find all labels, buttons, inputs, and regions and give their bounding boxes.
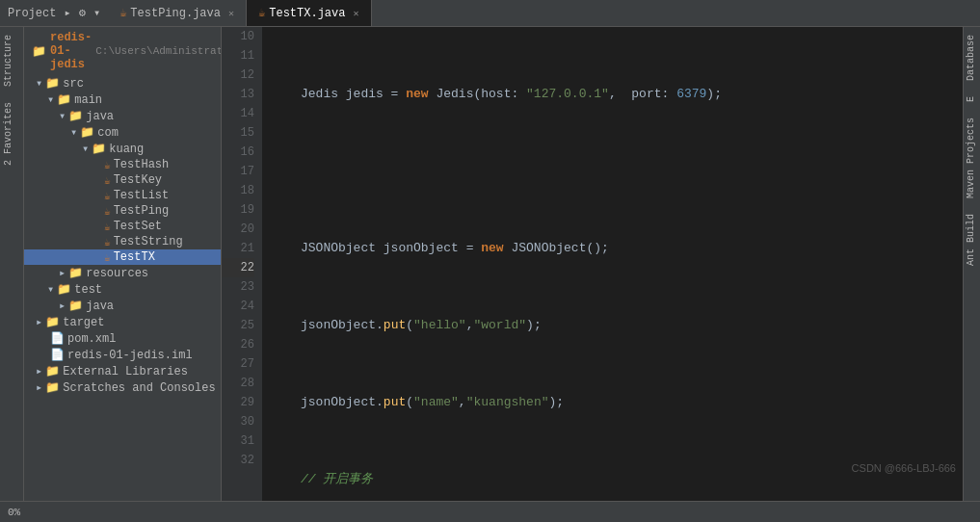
tree-label-target: target (63, 316, 104, 329)
bottom-percent: 0% (8, 507, 20, 518)
folder-icon-resources: 📁 (68, 266, 83, 280)
tree-item-test[interactable]: ▾ 📁 test (24, 281, 221, 298)
sidebar-project-name: redis-01-jedis (50, 31, 92, 71)
tree-item-testset[interactable]: ☕ TestSet (24, 219, 221, 234)
code-line-10: Jedis jedis = new Jedis(host: "127.0.0.1… (270, 85, 963, 104)
code-content: 10 11 12 13 14 15 16 17 18 19 20 21 22 2… (222, 27, 963, 501)
right-tab-maven[interactable]: Maven Projects (964, 110, 980, 206)
java-icon-testlist: ☕ (104, 190, 111, 202)
folder-icon-java: 📁 (68, 109, 83, 123)
tree-item-target[interactable]: ▸ 📁 target (24, 314, 221, 330)
tree-item-com[interactable]: ▾ 📁 com (24, 124, 221, 141)
code-line-12: JSONObject jsonObject = new JSONObject()… (270, 239, 963, 258)
left-vtab-favorites[interactable]: 2 Favorites (0, 94, 23, 173)
left-vtab-structure[interactable]: Structure (0, 27, 23, 94)
tab-testtx[interactable]: ☕ TestTX.java ✕ (247, 0, 371, 26)
sidebar-project-icon: 📁 (32, 44, 46, 59)
tree-item-src[interactable]: ▾ 📁 src (24, 75, 221, 91)
tab-testtx-icon: ☕ (258, 6, 265, 20)
tree-expand-java: ▾ (59, 109, 66, 123)
code-line-14: jsonObject.put("name","kuangshen"); (270, 393, 963, 412)
sidebar-project-path: C:\Users\Administrator (95, 45, 222, 57)
tree-label-testset: TestSet (114, 220, 162, 233)
java-icon-testping: ☕ (104, 205, 111, 218)
watermark: CSDN @666-LBJ-666 (852, 462, 956, 474)
tree-label-resources: resources (86, 267, 148, 280)
folder-icon-test-java: 📁 (68, 299, 83, 313)
tree-label-pomxml: pom.xml (67, 332, 116, 346)
right-tab-antbuild[interactable]: Ant Build (964, 206, 980, 274)
tree-expand-test: ▾ (47, 282, 54, 297)
right-panel: Database E Maven Projects Ant Build (963, 27, 980, 501)
tab-testping-close[interactable]: ✕ (228, 8, 234, 19)
tree-item-testhash[interactable]: ☕ TestHash (24, 157, 221, 172)
tree-label-testhash: TestHash (114, 158, 170, 171)
tree-item-kuang[interactable]: ▾ 📁 kuang (24, 141, 221, 157)
tree-item-test-java[interactable]: ▸ 📁 java (24, 298, 221, 314)
tree-label-ext-libs: External Libraries (63, 365, 188, 378)
code-lines[interactable]: Jedis jedis = new Jedis(host: "127.0.0.1… (262, 27, 963, 501)
tree-item-java[interactable]: ▾ 📁 java (24, 108, 221, 124)
folder-icon-src: 📁 (45, 76, 60, 91)
top-control-more[interactable]: ▾ (93, 6, 100, 20)
tree-item-resources[interactable]: ▸ 📁 resources (24, 265, 221, 281)
java-icon-testhash: ☕ (104, 159, 111, 171)
folder-icon-scratches: 📁 (45, 380, 60, 395)
tree-label-testtx: TestTX (114, 250, 155, 264)
tree-item-testlist[interactable]: ☕ TestList (24, 188, 221, 203)
tree-label-main: main (74, 93, 102, 107)
tab-bar: ☕ TestPing.java ✕ ☕ TestTX.java ✕ (108, 0, 980, 26)
tree-item-testtx[interactable]: ☕ TestTX (24, 249, 221, 265)
right-tab-database[interactable]: Database (964, 27, 980, 89)
tree-label-testlist: TestList (114, 189, 170, 202)
tree-label-testkey: TestKey (114, 173, 162, 187)
right-tab-e[interactable]: E (964, 89, 980, 110)
tree-label-iml: redis-01-jedis.iml (67, 349, 193, 362)
tab-testtx-close[interactable]: ✕ (353, 8, 358, 19)
top-control-run[interactable]: ▸ (64, 6, 70, 20)
left-vtabs: Structure 2 Favorites (0, 27, 24, 501)
tree-expand-target: ▸ (36, 315, 42, 329)
folder-icon-ext-libs: 📁 (45, 364, 60, 378)
tab-testping-name: TestPing.java (130, 7, 221, 20)
tab-testping-label: ☕ (119, 6, 126, 20)
sidebar-header: 📁 redis-01-jedis C:\Users\Administrator (24, 27, 221, 75)
java-icon-testset: ☕ (104, 221, 111, 233)
tree-label-scratches: Scratches and Consoles (63, 381, 215, 395)
tree-expand-src: ▾ (36, 76, 42, 91)
tree-label-java: java (86, 110, 114, 123)
java-icon-testkey: ☕ (104, 174, 111, 187)
file-icon-iml: 📄 (50, 348, 65, 362)
line-numbers: 10 11 12 13 14 15 16 17 18 19 20 21 22 2… (222, 27, 262, 501)
top-bar-left: Project ▸ ⚙ ▾ (0, 6, 108, 20)
tab-testtx-name: TestTX.java (269, 7, 345, 20)
java-icon-testtx: ☕ (104, 251, 111, 264)
tree-label-teststring: TestString (114, 235, 183, 248)
tree-item-testping[interactable]: ☕ TestPing (24, 203, 221, 219)
code-line-11 (270, 162, 963, 181)
tree-label-test-java: java (86, 300, 114, 313)
tree-item-ext-libs[interactable]: ▸ 📁 External Libraries (24, 363, 221, 379)
tree-expand-com: ▾ (70, 125, 77, 140)
main-layout: Structure 2 Favorites 📁 redis-01-jedis C… (0, 27, 980, 501)
top-control-settings[interactable]: ⚙ (79, 6, 86, 20)
tree-expand-kuang: ▾ (82, 142, 89, 156)
tree-item-scratches[interactable]: ▸ 📁 Scratches and Consoles (24, 379, 221, 396)
tree-label-kuang: kuang (109, 143, 144, 156)
editor-area[interactable]: 10 11 12 13 14 15 16 17 18 19 20 21 22 2… (222, 27, 963, 501)
tree-item-iml[interactable]: 📄 redis-01-jedis.iml (24, 347, 221, 363)
java-icon-teststring: ☕ (104, 236, 111, 248)
code-line-13: jsonObject.put("hello","world"); (270, 316, 963, 335)
tab-testping[interactable]: ☕ TestPing.java ✕ (108, 0, 247, 26)
tree-item-main[interactable]: ▾ 📁 main (24, 91, 221, 108)
tree-item-teststring[interactable]: ☕ TestString (24, 234, 221, 249)
file-icon-pomxml: 📄 (50, 331, 65, 346)
project-label: Project (8, 7, 56, 20)
folder-icon-test: 📁 (57, 282, 71, 297)
tree-item-testkey[interactable]: ☕ TestKey (24, 172, 221, 188)
tree-expand-resources: ▸ (59, 266, 66, 280)
tree-label-src: src (63, 77, 84, 91)
tree-label-test: test (74, 283, 102, 297)
tree-item-pomxml[interactable]: 📄 pom.xml (24, 330, 221, 347)
bottom-bar: 0% (0, 501, 980, 522)
